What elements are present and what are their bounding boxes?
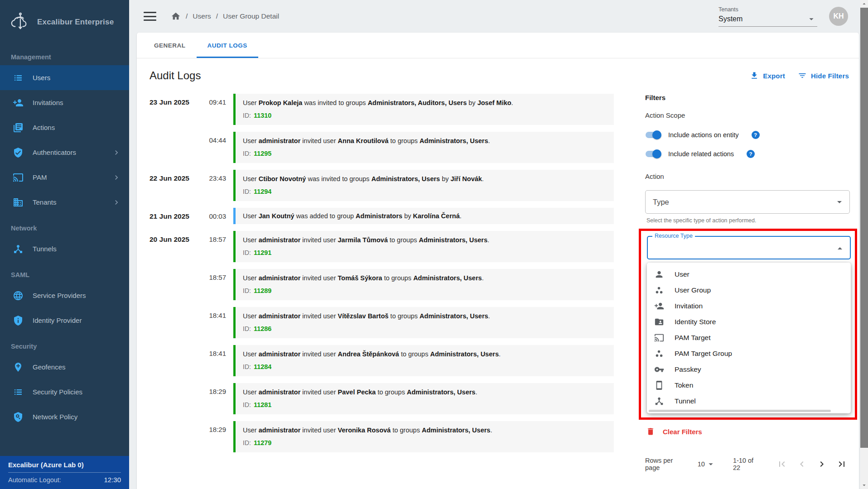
sidebar-item-identity-provider[interactable]: Identity Provider bbox=[0, 308, 129, 333]
user-avatar[interactable]: KH bbox=[829, 7, 848, 26]
audit-log-row: 18:41User administrator invited user And… bbox=[149, 345, 614, 376]
menu-item-user-group[interactable]: User Group bbox=[647, 282, 851, 298]
sidebar-item-users[interactable]: Users bbox=[0, 65, 129, 90]
entry-message: User administrator invited user Vítězsla… bbox=[243, 312, 607, 321]
toggle-row: Include related actions? bbox=[645, 148, 850, 160]
sidebar-item-security-policies[interactable]: Security Policies bbox=[0, 379, 129, 404]
audit-log-row: 18:29User administrator invited user Ver… bbox=[149, 421, 614, 452]
breadcrumb-link-users[interactable]: Users bbox=[193, 12, 211, 20]
tab-general[interactable]: GENERAL bbox=[143, 33, 197, 58]
menu-item-invitation[interactable]: Invitation bbox=[647, 298, 851, 314]
home-icon[interactable] bbox=[171, 11, 181, 21]
question-icon[interactable]: ? bbox=[752, 131, 760, 139]
rows-per-page-select[interactable]: 10 bbox=[698, 459, 716, 469]
first-page-button[interactable] bbox=[774, 456, 790, 472]
sidebar-item-geofences[interactable]: Geofences bbox=[0, 355, 129, 379]
audit-log-entry-card[interactable]: User administrator invited user Tomáš Sý… bbox=[233, 269, 614, 300]
entry-time: 18:41 bbox=[206, 307, 226, 338]
audit-log-row: 18:57User administrator invited user Tom… bbox=[149, 269, 614, 300]
question-icon[interactable]: ? bbox=[747, 150, 755, 158]
scrollbar-up-arrow-icon[interactable] bbox=[860, 0, 868, 8]
entry-id: ID:11279 bbox=[243, 439, 607, 447]
audit-log-row: 18:29User administrator invited user Pav… bbox=[149, 383, 614, 414]
content-card: GENERALAUDIT LOGS Audit Logs Export Hide… bbox=[137, 33, 859, 489]
audit-log-entry-card[interactable]: User Jan Koutný was added to group Admin… bbox=[233, 208, 614, 224]
cast-icon bbox=[13, 172, 24, 183]
page-title: Audit Logs bbox=[149, 69, 201, 82]
section-label-network: Network bbox=[0, 215, 129, 236]
toggle-switch[interactable] bbox=[645, 149, 661, 158]
action-scope-label: Action Scope bbox=[645, 111, 850, 119]
chevron-right-icon bbox=[112, 148, 121, 157]
sidebar-item-invitations[interactable]: Invitations bbox=[0, 90, 129, 115]
menu-item-user[interactable]: User bbox=[647, 266, 851, 282]
resource-type-input[interactable]: Resource Type bbox=[647, 236, 851, 259]
menu-item-pam-target-group[interactable]: PAM Target Group bbox=[647, 345, 851, 361]
scrollbar-down-arrow-icon[interactable] bbox=[860, 481, 868, 489]
app-logo: Excalibur Enterprise bbox=[0, 0, 129, 43]
chevron-down-icon bbox=[706, 459, 716, 469]
sidebar-item-service-providers[interactable]: Service Providers bbox=[0, 283, 129, 308]
clear-filters-button[interactable]: Clear Filters bbox=[645, 427, 702, 436]
menu-item-label: Token bbox=[675, 381, 693, 389]
last-page-button[interactable] bbox=[834, 456, 850, 472]
tenant-select[interactable]: Tenants System bbox=[719, 6, 817, 27]
sidebar-item-tunnels[interactable]: Tunnels bbox=[0, 236, 129, 261]
sidebar-item-label: Invitations bbox=[33, 99, 63, 106]
sidebar-item-tenants[interactable]: Tenants bbox=[0, 190, 129, 215]
chevron-left-icon bbox=[796, 459, 807, 470]
type-helper-text: Select the specific type of action perfo… bbox=[645, 217, 850, 225]
sidebar-item-pam[interactable]: PAM bbox=[0, 165, 129, 190]
resource-type-floating-label: Resource Type bbox=[652, 233, 695, 239]
entry-time: 18:57 bbox=[206, 269, 226, 300]
export-button[interactable]: Export bbox=[750, 71, 785, 80]
entry-message: User administrator invited user Tomáš Sý… bbox=[243, 273, 607, 283]
audit-log-entry-card[interactable]: User administrator invited user Veronika… bbox=[233, 421, 614, 452]
action-type-select[interactable]: Type bbox=[645, 190, 850, 214]
add-location-icon bbox=[13, 362, 24, 373]
toggle-switch[interactable] bbox=[645, 130, 661, 139]
audit-log-entry-card[interactable]: User administrator invited user Andrea Š… bbox=[233, 345, 614, 376]
device-hub-icon bbox=[13, 244, 24, 254]
page-scrollbar[interactable] bbox=[860, 0, 868, 489]
previous-page-button[interactable] bbox=[794, 456, 810, 472]
page-range-label: 1-10 of 22 bbox=[733, 457, 760, 471]
entry-date bbox=[149, 307, 206, 338]
entry-id: ID:11284 bbox=[243, 363, 607, 371]
scrollbar-thumb[interactable] bbox=[860, 8, 868, 448]
menu-item-label: PAM Target Group bbox=[675, 350, 732, 358]
menu-toggle-button[interactable] bbox=[144, 12, 156, 21]
entry-time: 04:44 bbox=[206, 132, 226, 163]
audit-log-entry-card[interactable]: User Prokop Kaleja was invited to groups… bbox=[233, 94, 614, 125]
menu-item-label: Passkey bbox=[675, 365, 701, 374]
section-label-security: Security bbox=[0, 333, 129, 355]
menu-item-label: Invitation bbox=[675, 302, 703, 310]
scatter-icon bbox=[654, 285, 664, 295]
filters-title: Filters bbox=[645, 94, 850, 101]
sidebar-item-label: Identity Provider bbox=[33, 316, 82, 324]
entry-date: 21 Jun 2025 bbox=[149, 208, 206, 224]
tab-audit-logs[interactable]: AUDIT LOGS bbox=[197, 33, 258, 58]
menu-horizontal-scrollbar[interactable] bbox=[649, 410, 831, 412]
audit-log-entry-card[interactable]: User administrator invited user Pavel Pe… bbox=[233, 383, 614, 414]
audit-log-entry-card[interactable]: User administrator invited user Vítězsla… bbox=[233, 307, 614, 338]
audit-log-entry-card[interactable]: User administrator invited user Anna Kro… bbox=[233, 132, 614, 163]
chevron-up-icon[interactable] bbox=[834, 243, 845, 254]
menu-item-passkey[interactable]: Passkey bbox=[647, 361, 851, 377]
next-page-button[interactable] bbox=[814, 456, 830, 472]
rows-per-page-label: Rows per page bbox=[645, 457, 686, 471]
sidebar-item-label: Authenticators bbox=[33, 149, 76, 156]
menu-item-pam-target[interactable]: PAM Target bbox=[647, 330, 851, 345]
audit-log-entry-card[interactable]: User administrator invited user Jarmila … bbox=[233, 231, 614, 262]
hide-filters-button[interactable]: Hide Filters bbox=[798, 71, 849, 80]
entry-date bbox=[149, 421, 206, 452]
menu-item-tunnel[interactable]: Tunnel bbox=[647, 393, 851, 409]
entry-time: 00:03 bbox=[206, 208, 226, 224]
sidebar-item-actions[interactable]: Actions bbox=[0, 115, 129, 140]
audit-log-entry-card[interactable]: User Ctibor Novotný was invited to group… bbox=[233, 170, 614, 201]
sidebar-item-authenticators[interactable]: Authenticators bbox=[0, 140, 129, 165]
cloud-sword-logo-icon bbox=[9, 12, 30, 33]
menu-item-token[interactable]: Token bbox=[647, 377, 851, 393]
sidebar-item-network-policy[interactable]: Network Policy bbox=[0, 404, 129, 429]
menu-item-identity-store[interactable]: Identity Store bbox=[647, 314, 851, 330]
